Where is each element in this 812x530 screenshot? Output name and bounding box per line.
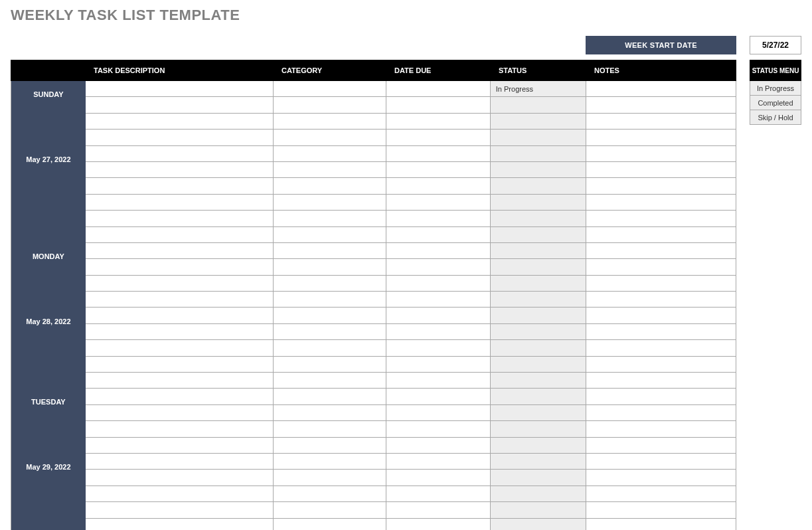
due-cell[interactable]: [386, 114, 491, 129]
task-cell[interactable]: [86, 357, 274, 372]
due-cell[interactable]: [386, 470, 491, 485]
notes-cell[interactable]: [586, 276, 736, 291]
due-cell[interactable]: [386, 454, 491, 469]
notes-cell[interactable]: [586, 389, 736, 404]
category-cell[interactable]: [274, 308, 386, 323]
status-cell[interactable]: [491, 357, 586, 372]
status-cell[interactable]: [491, 454, 586, 469]
status-cell[interactable]: [491, 502, 586, 517]
status-cell[interactable]: [491, 308, 586, 323]
notes-cell[interactable]: [586, 243, 736, 258]
task-cell[interactable]: [86, 259, 274, 274]
notes-cell[interactable]: [586, 340, 736, 355]
category-cell[interactable]: [274, 405, 386, 420]
task-cell[interactable]: [86, 324, 274, 339]
category-cell[interactable]: [274, 373, 386, 388]
status-cell[interactable]: In Progress: [491, 81, 586, 96]
category-cell[interactable]: [274, 259, 386, 274]
due-cell[interactable]: [386, 178, 491, 193]
status-cell[interactable]: [491, 519, 586, 530]
status-cell[interactable]: [491, 146, 586, 161]
notes-cell[interactable]: [586, 519, 736, 530]
notes-cell[interactable]: [586, 308, 736, 323]
task-cell[interactable]: [86, 421, 274, 436]
status-menu-item[interactable]: In Progress: [750, 81, 801, 96]
notes-cell[interactable]: [586, 162, 736, 177]
due-cell[interactable]: [386, 405, 491, 420]
week-start-date[interactable]: 5/27/22: [750, 36, 801, 54]
task-cell[interactable]: [86, 340, 274, 355]
due-cell[interactable]: [386, 324, 491, 339]
notes-cell[interactable]: [586, 81, 736, 96]
due-cell[interactable]: [386, 97, 491, 112]
status-cell[interactable]: [491, 405, 586, 420]
notes-cell[interactable]: [586, 130, 736, 145]
category-cell[interactable]: [274, 130, 386, 145]
due-cell[interactable]: [386, 292, 491, 307]
due-cell[interactable]: [386, 259, 491, 274]
category-cell[interactable]: [274, 389, 386, 404]
category-cell[interactable]: [274, 502, 386, 517]
task-cell[interactable]: [86, 454, 274, 469]
notes-cell[interactable]: [586, 178, 736, 193]
category-cell[interactable]: [274, 470, 386, 485]
due-cell[interactable]: [386, 130, 491, 145]
task-cell[interactable]: [86, 146, 274, 161]
notes-cell[interactable]: [586, 259, 736, 274]
status-cell[interactable]: [491, 243, 586, 258]
task-cell[interactable]: [86, 130, 274, 145]
task-cell[interactable]: [86, 97, 274, 112]
due-cell[interactable]: [386, 243, 491, 258]
category-cell[interactable]: [274, 357, 386, 372]
category-cell[interactable]: [274, 97, 386, 112]
category-cell[interactable]: [274, 519, 386, 530]
category-cell[interactable]: [274, 454, 386, 469]
notes-cell[interactable]: [586, 227, 736, 242]
status-cell[interactable]: [491, 389, 586, 404]
notes-cell[interactable]: [586, 470, 736, 485]
status-menu-item[interactable]: Skip / Hold: [750, 110, 801, 125]
status-cell[interactable]: [491, 178, 586, 193]
category-cell[interactable]: [274, 178, 386, 193]
due-cell[interactable]: [386, 211, 491, 226]
category-cell[interactable]: [274, 340, 386, 355]
due-cell[interactable]: [386, 438, 491, 453]
status-cell[interactable]: [491, 114, 586, 129]
due-cell[interactable]: [386, 81, 491, 96]
due-cell[interactable]: [386, 195, 491, 210]
status-cell[interactable]: [491, 259, 586, 274]
status-cell[interactable]: [491, 324, 586, 339]
task-cell[interactable]: [86, 502, 274, 517]
notes-cell[interactable]: [586, 405, 736, 420]
category-cell[interactable]: [274, 421, 386, 436]
notes-cell[interactable]: [586, 486, 736, 501]
notes-cell[interactable]: [586, 324, 736, 339]
status-cell[interactable]: [491, 438, 586, 453]
status-cell[interactable]: [491, 470, 586, 485]
task-cell[interactable]: [86, 292, 274, 307]
task-cell[interactable]: [86, 243, 274, 258]
due-cell[interactable]: [386, 276, 491, 291]
task-cell[interactable]: [86, 308, 274, 323]
task-cell[interactable]: [86, 211, 274, 226]
task-cell[interactable]: [86, 373, 274, 388]
due-cell[interactable]: [386, 162, 491, 177]
notes-cell[interactable]: [586, 502, 736, 517]
task-cell[interactable]: [86, 114, 274, 129]
notes-cell[interactable]: [586, 438, 736, 453]
category-cell[interactable]: [274, 227, 386, 242]
due-cell[interactable]: [386, 389, 491, 404]
notes-cell[interactable]: [586, 292, 736, 307]
status-cell[interactable]: [491, 162, 586, 177]
status-cell[interactable]: [491, 211, 586, 226]
due-cell[interactable]: [386, 308, 491, 323]
category-cell[interactable]: [274, 243, 386, 258]
notes-cell[interactable]: [586, 114, 736, 129]
status-cell[interactable]: [491, 486, 586, 501]
due-cell[interactable]: [386, 486, 491, 501]
status-cell[interactable]: [491, 340, 586, 355]
due-cell[interactable]: [386, 357, 491, 372]
status-cell[interactable]: [491, 130, 586, 145]
task-cell[interactable]: [86, 486, 274, 501]
task-cell[interactable]: [86, 195, 274, 210]
